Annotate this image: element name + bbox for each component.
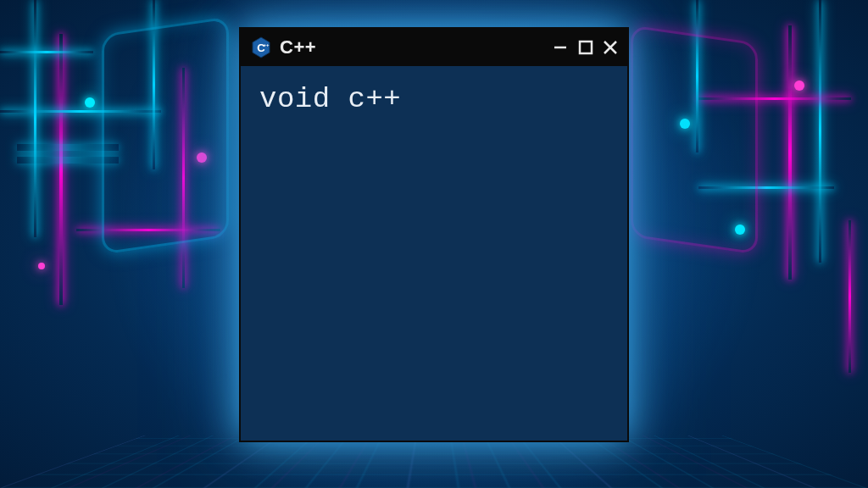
maximize-button[interactable] <box>578 40 593 55</box>
svg-rect-4 <box>580 42 592 53</box>
code-content: void c++ <box>259 83 609 115</box>
window-controls <box>553 39 619 56</box>
close-icon <box>602 39 619 56</box>
floor-grid <box>0 435 868 488</box>
editor-area[interactable]: void c++ <box>241 66 627 132</box>
svg-text:++: ++ <box>263 42 270 47</box>
app-window: C ++ C++ void c+ <box>239 27 629 442</box>
close-button[interactable] <box>602 39 619 56</box>
minimize-button[interactable] <box>553 39 570 56</box>
cpp-icon: C ++ <box>249 36 273 59</box>
minimize-icon <box>553 39 570 56</box>
titlebar[interactable]: C ++ C++ <box>241 29 627 66</box>
window-title: C++ <box>280 36 316 58</box>
maximize-icon <box>578 40 593 55</box>
